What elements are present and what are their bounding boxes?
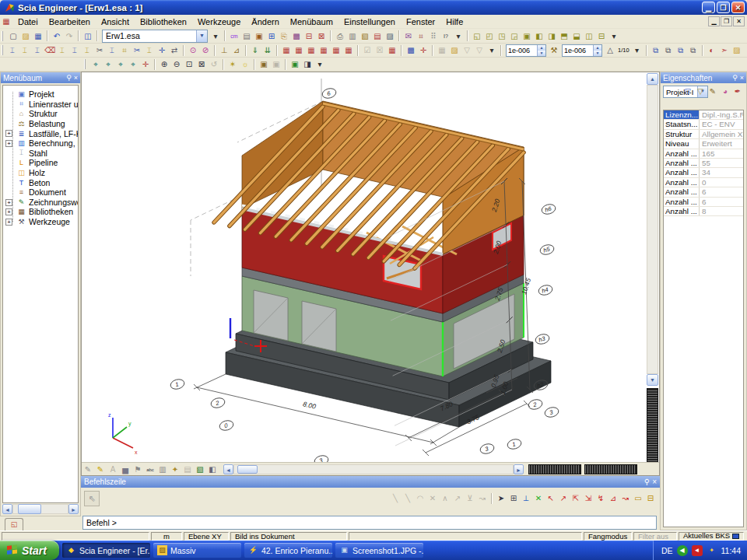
project-manager-icon[interactable]: ◫ bbox=[82, 30, 94, 42]
tree-item-lastfälle-lf-komb[interactable]: +≣Lastfälle, LF-Komb bbox=[3, 128, 78, 138]
expand-icon[interactable]: + bbox=[5, 140, 12, 147]
cursor-snap-icon[interactable]: ➤ bbox=[495, 492, 507, 504]
chart-tool-icon[interactable]: ▅ bbox=[119, 464, 132, 475]
snap-peak-icon[interactable]: ∧ bbox=[439, 492, 451, 504]
result-4-icon[interactable]: ▦ bbox=[317, 44, 330, 56]
select-all-icon[interactable]: ⌖ bbox=[127, 58, 139, 70]
mdi-minimize-button[interactable]: ▁ bbox=[708, 16, 720, 26]
snap-arc-icon[interactable]: ◠ bbox=[414, 492, 426, 504]
cut-icon[interactable]: ✂ bbox=[93, 44, 106, 56]
zoom-previous-icon[interactable]: ↺ bbox=[208, 58, 220, 70]
track-7-icon[interactable]: ↝ bbox=[619, 492, 632, 504]
property-row[interactable]: Lizenzn...Dipl.-Ing.S.Ry... bbox=[664, 110, 743, 120]
fly-through-icon[interactable]: ➣ bbox=[718, 44, 731, 56]
result-5-icon[interactable]: ▦ bbox=[330, 44, 342, 56]
property-row[interactable]: Anzahl ...6 bbox=[664, 198, 743, 207]
cross-section-icon[interactable]: ✛ bbox=[156, 44, 168, 56]
hscroll-right-icon[interactable]: ► bbox=[514, 464, 524, 474]
palette-icon[interactable]: ◕ bbox=[719, 86, 731, 97]
3d-model-canvas[interactable]: 2.202.002.752.5010.450.951.008.007.803.7… bbox=[82, 72, 647, 463]
view-preset-3-icon[interactable]: ◳ bbox=[496, 30, 508, 42]
tree-item-zeichnungswerkz[interactable]: +✎Zeichnungswerkz bbox=[3, 198, 78, 208]
center-icon[interactable]: ✛ bbox=[417, 44, 430, 56]
paste-1-icon[interactable]: ⧉ bbox=[675, 44, 687, 56]
expand-icon[interactable]: + bbox=[5, 208, 12, 215]
bcs-icon[interactable]: ▣ bbox=[289, 58, 301, 70]
hscroll-track[interactable] bbox=[233, 464, 514, 474]
member-2-icon[interactable]: ⌶ bbox=[81, 44, 93, 56]
status-snap[interactable]: Fangmodus bbox=[584, 532, 632, 541]
volume-tray-icon[interactable]: ◀ bbox=[677, 545, 688, 556]
view-preset-7-icon[interactable]: ◨ bbox=[545, 30, 558, 42]
view-preset-6-icon[interactable]: ◧ bbox=[533, 30, 545, 42]
view-preset-5-icon[interactable]: ▣ bbox=[521, 30, 533, 42]
text-cursor-icon[interactable]: I? bbox=[440, 30, 452, 42]
node-icon[interactable]: ⊙ bbox=[187, 44, 199, 56]
select-rect-icon[interactable]: ⌖ bbox=[102, 58, 114, 70]
model-viewport[interactable]: 2.202.002.752.5010.450.951.008.007.803.7… bbox=[81, 72, 660, 476]
project-file-combo[interactable]: Erw1.esa▼ bbox=[102, 30, 208, 43]
track-6-icon[interactable]: ⊿ bbox=[607, 492, 619, 504]
result-1-icon[interactable]: ▦ bbox=[280, 44, 293, 56]
zoom-out-icon[interactable]: ⊖ bbox=[170, 58, 183, 70]
open-file-icon[interactable]: ▨ bbox=[19, 30, 32, 42]
expand-icon[interactable]: + bbox=[5, 219, 12, 226]
precision-spinner-2[interactable]: 1e-006▲▼ bbox=[562, 44, 602, 57]
status-unit[interactable]: m bbox=[151, 532, 182, 541]
menu-bibliotheken[interactable]: Bibliotheken bbox=[135, 16, 192, 27]
pin-icon[interactable]: ⚲ bbox=[66, 73, 72, 82]
hscroll-left-icon[interactable]: ◄ bbox=[223, 464, 233, 474]
snap-direction-icon[interactable]: ↗ bbox=[451, 492, 464, 504]
render-tool-icon[interactable]: ✦ bbox=[169, 464, 181, 475]
gallery-icon[interactable]: ▩ bbox=[290, 30, 303, 42]
vscroll-down-icon[interactable]: ▼ bbox=[647, 374, 658, 386]
toolbar-grip[interactable] bbox=[2, 31, 4, 41]
export-icon[interactable]: ▨ bbox=[384, 30, 396, 42]
copy-2-icon[interactable]: ⧉ bbox=[662, 44, 675, 56]
zoom-window-icon[interactable]: ⊡ bbox=[183, 58, 195, 70]
filter-dropdown-icon[interactable]: ▾ bbox=[486, 44, 498, 56]
property-row[interactable]: Anzahl ...55 bbox=[664, 159, 743, 168]
filter-edit-icon[interactable]: ▽ bbox=[682, 86, 694, 97]
light-icon[interactable]: ☼ bbox=[239, 58, 251, 70]
save-view-icon[interactable]: ▦ bbox=[436, 44, 448, 56]
scroll-left-icon[interactable]: ◄ bbox=[2, 504, 12, 514]
track-1-icon[interactable]: ↖ bbox=[545, 492, 557, 504]
zoom-in-icon[interactable]: ⊕ bbox=[158, 58, 170, 70]
track-4-icon[interactable]: ⇲ bbox=[582, 492, 594, 504]
start-button[interactable]: Start bbox=[0, 541, 59, 560]
snap-intersection-icon[interactable]: ✕ bbox=[426, 492, 439, 504]
property-row[interactable]: Staatsn...EC - ENV bbox=[664, 120, 743, 129]
tree-item-linienraster-und-g[interactable]: ⌗Linienraster und G bbox=[3, 100, 78, 110]
tree-item-stahl[interactable]: ⌶Stahl bbox=[3, 149, 78, 159]
minimize-button[interactable]: ▁ bbox=[702, 2, 715, 13]
text-tool-icon[interactable]: A bbox=[107, 464, 119, 475]
cursor-dropdown-icon[interactable]: ▾ bbox=[452, 30, 465, 42]
tree-item-belastung[interactable]: ⚖Belastung bbox=[3, 119, 78, 129]
picture-gallery-icon[interactable]: ▧ bbox=[359, 30, 371, 42]
close-panel-icon[interactable]: × bbox=[740, 73, 744, 82]
tree-item-berechnung-fe-n[interactable]: +▥Berechnung, FE-N bbox=[3, 138, 78, 149]
doc-tool-icon[interactable]: ▤ bbox=[181, 464, 194, 475]
menu-ändern[interactable]: Ändern bbox=[246, 16, 284, 27]
expand-icon[interactable]: + bbox=[5, 130, 12, 137]
haunch-icon[interactable]: ⌶ bbox=[56, 44, 68, 56]
image-tool-icon[interactable]: ▧ bbox=[194, 464, 206, 475]
spinner-up-icon[interactable]: ▲ bbox=[593, 45, 601, 51]
track-2-icon[interactable]: ↗ bbox=[557, 492, 570, 504]
vscroll-up-icon[interactable]: ▲ bbox=[647, 73, 658, 85]
tree-item-struktur[interactable]: ⌂Struktur bbox=[3, 109, 78, 119]
status-mode[interactable]: Bild ins Dokument bbox=[230, 532, 347, 541]
cube-view-icon[interactable]: ◨ bbox=[301, 58, 314, 70]
send-icon[interactable]: ✉ bbox=[402, 30, 415, 42]
tree-item-werkzeuge[interactable]: +⚒Werkzeuge bbox=[3, 217, 78, 227]
select-cursor-icon[interactable]: ⌖ bbox=[89, 58, 102, 70]
edit-pen-icon[interactable]: ✎ bbox=[82, 464, 94, 475]
swap-icon[interactable]: ⇄ bbox=[168, 44, 181, 56]
menu-werkzeuge[interactable]: Werkzeuge bbox=[192, 16, 246, 27]
menu-datei[interactable]: Datei bbox=[12, 16, 44, 27]
copy-1-icon[interactable]: ⧉ bbox=[650, 44, 662, 56]
pencil-icon[interactable]: ✎ bbox=[707, 86, 719, 97]
ucs-table-icon[interactable]: ⊟ bbox=[644, 492, 657, 504]
activity-icon[interactable]: ⊞ bbox=[265, 30, 278, 42]
